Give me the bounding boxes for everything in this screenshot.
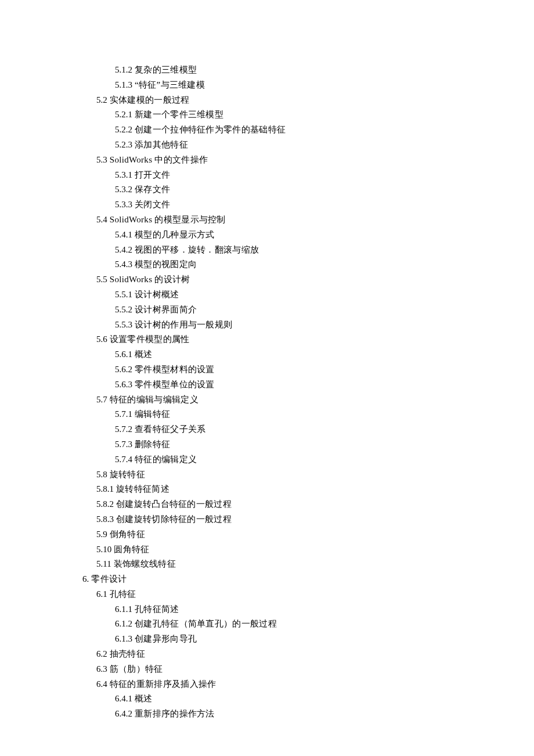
toc-number: 5.5.1: [115, 290, 132, 299]
toc-text: 关闭文件: [135, 200, 170, 209]
toc-text: 添加其他特征: [135, 140, 188, 149]
toc-line: 5.7.1 编辑特征: [115, 407, 534, 422]
toc-number: 5.5.2: [115, 305, 132, 314]
toc-text: 概述: [135, 350, 153, 359]
toc-number: 5.6.1: [115, 350, 132, 359]
toc-number: 5.8.3: [96, 514, 114, 524]
toc-number: 5.4: [96, 215, 107, 224]
toc-number: 5.5: [96, 275, 107, 284]
toc-line: 5.4.3 模型的视图定向: [115, 257, 534, 272]
toc-line: 6.1.2 创建孔特征（简单直孔）的一般过程: [115, 617, 534, 632]
toc-line: 5.5.3 设计树的作用与一般规则: [115, 318, 534, 333]
toc-number: 5.4.1: [115, 230, 132, 239]
toc-text: 旋转特征: [110, 470, 145, 479]
toc-text: 删除特征: [135, 440, 170, 449]
toc-line: 5.1.2 复杂的三维模型: [115, 63, 534, 78]
toc-number: 6.: [82, 574, 89, 584]
toc-text: 特征的编辑定义: [135, 455, 197, 464]
toc-number: 5.8.2: [96, 499, 114, 509]
toc-text: 模型的几种显示方式: [135, 230, 215, 239]
toc-line: 6.1.3 创建异形向导孔: [115, 632, 534, 647]
toc-line: 6. 零件设计: [82, 572, 534, 587]
toc-number: 5.3.2: [115, 185, 132, 194]
toc-text: 模型的视图定向: [135, 260, 197, 269]
toc-number: 5.4.3: [115, 260, 132, 269]
toc-line: 6.2 抽壳特征: [96, 647, 534, 662]
toc-line: 5.3 SolidWorks 中的文件操作: [96, 153, 534, 168]
toc-text: 实体建模的一般过程: [110, 95, 190, 105]
toc-number: 6.1: [96, 589, 107, 599]
toc-text: 特征的重新排序及插入操作: [110, 679, 217, 689]
toc-number: 6.4.2: [115, 709, 132, 718]
toc-line: 6.4.2 重新排序的操作方法: [115, 707, 534, 722]
toc-line: 6.3 筋（肋）特征: [96, 662, 534, 677]
toc-text: 设置零件模型的属性: [110, 334, 190, 344]
toc-text: “特征”与三维建模: [135, 80, 205, 89]
toc-line: 6.4.1 概述: [115, 692, 534, 707]
toc-line: 5.4.1 模型的几种显示方式: [115, 228, 534, 243]
toc-number: 5.7.2: [115, 424, 132, 434]
toc-text: 装饰螺纹线特征: [114, 559, 176, 568]
toc-line: 5.11 装饰螺纹线特征: [96, 557, 534, 572]
toc-line: 5.1.3 “特征”与三维建模: [115, 78, 534, 93]
toc-line: 5.7.2 查看特征父子关系: [115, 422, 534, 437]
toc-number: 5.6.3: [115, 380, 132, 389]
toc-number: 5.7.4: [115, 455, 132, 464]
toc-line: 5.3.2 保存文件: [115, 182, 534, 197]
toc-text: 创建一个拉伸特征作为零件的基础特征: [135, 125, 286, 134]
toc-number: 6.1.2: [115, 619, 132, 628]
toc-text: 复杂的三维模型: [135, 65, 197, 74]
toc-number: 5.2: [96, 95, 107, 105]
toc-number: 6.3: [96, 664, 107, 674]
toc-number: 5.2.2: [115, 125, 132, 134]
toc-number: 5.1.2: [115, 65, 132, 74]
toc-line: 5.9 倒角特征: [96, 527, 534, 542]
toc-line: 5.4 SolidWorks 的模型显示与控制: [96, 213, 534, 228]
toc-text: SolidWorks 的设计树: [110, 275, 190, 284]
toc-number: 5.3.3: [115, 200, 132, 209]
toc-line: 5.5.2 设计树界面简介: [115, 303, 534, 318]
toc-number: 6.2: [96, 649, 107, 658]
toc-text: 筋（肋）特征: [110, 664, 163, 674]
toc-line: 5.10 圆角特征: [96, 542, 534, 557]
table-of-contents: 5.1.2 复杂的三维模型5.1.3 “特征”与三维建模5.2 实体建模的一般过…: [82, 63, 534, 722]
toc-line: 6.1 孔特征: [96, 587, 534, 602]
toc-text: 特征的编辑与编辑定义: [110, 395, 199, 404]
toc-line: 5.5.1 设计树概述: [115, 287, 534, 303]
toc-number: 5.7: [96, 395, 107, 404]
toc-line: 5.8.3 创建旋转切除特征的一般过程: [96, 512, 534, 527]
toc-line: 5.8 旋转特征: [96, 467, 534, 483]
toc-number: 5.2.3: [115, 140, 132, 149]
toc-text: 零件模型材料的设置: [135, 365, 215, 374]
toc-number: 5.3: [96, 155, 107, 164]
toc-line: 5.8.2 创建旋转凸台特征的一般过程: [96, 497, 534, 512]
toc-number: 5.7.1: [115, 409, 132, 419]
toc-text: SolidWorks 的模型显示与控制: [110, 215, 226, 224]
toc-text: 孔特征简述: [135, 604, 179, 614]
toc-number: 5.1.3: [115, 80, 132, 89]
toc-text: 打开文件: [135, 170, 170, 179]
toc-number: 5.7.3: [115, 440, 132, 449]
toc-line: 5.8.1 旋转特征简述: [96, 482, 534, 497]
toc-text: 编辑特征: [135, 409, 170, 419]
toc-text: 创建孔特征（简单直孔）的一般过程: [135, 619, 277, 628]
toc-text: 设计树界面简介: [135, 305, 197, 314]
toc-number: 6.1.3: [115, 634, 132, 643]
toc-text: 创建旋转切除特征的一般过程: [116, 514, 232, 524]
toc-line: 5.7 特征的编辑与编辑定义: [96, 393, 534, 408]
toc-line: 5.7.4 特征的编辑定义: [115, 452, 534, 467]
toc-text: 概述: [135, 694, 153, 703]
toc-text: 创建旋转凸台特征的一般过程: [116, 499, 232, 509]
toc-line: 5.6.1 概述: [115, 347, 534, 362]
toc-line: 5.4.2 视图的平移．旋转．翻滚与缩放: [115, 243, 534, 258]
toc-number: 5.3.1: [115, 170, 132, 179]
toc-number: 5.8: [96, 470, 107, 479]
toc-number: 5.4.2: [115, 245, 132, 254]
toc-text: 圆角特征: [114, 545, 149, 554]
toc-line: 5.2.1 新建一个零件三维模型: [115, 107, 534, 123]
toc-line: 6.1.1 孔特征简述: [115, 602, 534, 617]
toc-number: 5.5.3: [115, 320, 132, 329]
toc-text: 视图的平移．旋转．翻滚与缩放: [135, 245, 259, 254]
toc-number: 5.8.1: [96, 484, 114, 494]
toc-number: 5.6.2: [115, 365, 132, 374]
